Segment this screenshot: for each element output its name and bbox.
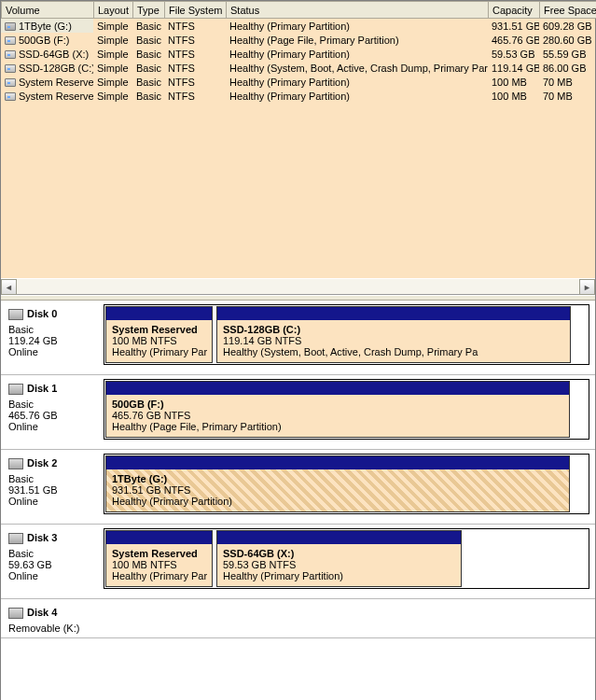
partition-health: Healthy (Primary Par: [112, 570, 206, 581]
volume-name: System Reserved: [1, 89, 93, 103]
disk-status: Online: [8, 346, 98, 357]
disk-type: Basic: [8, 473, 98, 484]
disk-management-window: Volume Layout Type File System Status Ca…: [0, 0, 596, 700]
col-type[interactable]: Type: [133, 2, 165, 19]
disk-status: Online: [8, 421, 98, 432]
disk-icon: [8, 533, 23, 544]
disk-partitions: 500GB (F:)465.76 GB NTFSHealthy (Page Fi…: [104, 379, 589, 440]
volume-list-panel: Volume Layout Type File System Status Ca…: [1, 1, 595, 295]
volume-layout: Simple: [93, 47, 132, 61]
disk-size: 465.76 GB: [8, 410, 98, 421]
disk-title: Disk 4: [8, 607, 98, 619]
disk-row[interactable]: Disk 3Basic59.63 GBOnlineSystem Reserved…: [1, 525, 595, 599]
volume-status: Healthy (Primary Partition): [226, 75, 488, 89]
col-freespace[interactable]: Free Space: [540, 2, 597, 19]
volume-layout: Simple: [93, 89, 132, 103]
volume-free: 70 MB: [539, 75, 595, 89]
volume-row[interactable]: SSD-64GB (X:)SimpleBasicNTFSHealthy (Pri…: [1, 47, 595, 61]
volume-status: Healthy (Primary Partition): [226, 89, 488, 103]
scroll-left-button[interactable]: ◄: [1, 279, 17, 295]
volume-status: Healthy (Primary Partition): [226, 47, 488, 61]
col-filesystem[interactable]: File System: [165, 2, 227, 19]
column-header-row: Volume Layout Type File System Status Ca…: [2, 2, 597, 19]
volume-layout: Simple: [93, 75, 132, 89]
volume-fs: NTFS: [164, 19, 226, 33]
partition[interactable]: SSD-128GB (C:)119.14 GB NTFSHealthy (Sys…: [216, 306, 571, 363]
volume-free: 86.00 GB: [539, 61, 595, 75]
disk-info: Disk 0Basic119.24 GBOnline: [7, 304, 100, 365]
disk-partitions: 1TByte (G:)931.51 GB NTFSHealthy (Primar…: [104, 454, 589, 514]
volume-name: 1TByte (G:): [1, 19, 93, 33]
disk-type: Removable (K:): [8, 623, 98, 634]
volume-row[interactable]: 500GB (F:)SimpleBasicNTFSHealthy (Page F…: [1, 33, 595, 47]
scroll-right-button[interactable]: ►: [579, 279, 595, 295]
volume-type: Basic: [132, 89, 164, 103]
partition-size: 465.76 GB NTFS: [112, 410, 563, 421]
drive-icon: [5, 36, 16, 45]
volume-capacity: 100 MB: [488, 89, 539, 103]
disk-title: Disk 1: [8, 383, 98, 395]
partition-size: 100 MB NTFS: [112, 559, 206, 570]
volume-free: 55.59 GB: [539, 47, 595, 61]
volume-name: 500GB (F:): [1, 33, 93, 47]
volume-row[interactable]: 1TByte (G:)SimpleBasicNTFSHealthy (Prima…: [1, 19, 595, 33]
col-volume[interactable]: Volume: [2, 2, 94, 19]
volume-layout: Simple: [93, 61, 132, 75]
volume-fs: NTFS: [164, 89, 226, 103]
volume-row[interactable]: System ReservedSimpleBasicNTFSHealthy (P…: [1, 89, 595, 103]
partition[interactable]: System Reserved100 MB NTFSHealthy (Prima…: [105, 530, 213, 587]
volume-name: SSD-64GB (X:): [1, 47, 93, 61]
disk-type: Basic: [8, 324, 98, 335]
disk-type: Basic: [8, 399, 98, 410]
partition-size: 100 MB NTFS: [112, 335, 206, 346]
disk-info: Disk 4Removable (K:): [7, 603, 100, 636]
drive-icon: [5, 22, 16, 31]
disk-icon: [8, 458, 23, 469]
disk-row[interactable]: Disk 1Basic465.76 GBOnline500GB (F:)465.…: [1, 375, 595, 450]
partition[interactable]: System Reserved100 MB NTFSHealthy (Prima…: [105, 306, 213, 363]
disk-status: Online: [8, 570, 98, 581]
volume-layout: Simple: [93, 33, 132, 47]
drive-icon: [5, 78, 16, 87]
partition-name: SSD-64GB (X:): [223, 548, 455, 559]
partition-health: Healthy (Primary Partition): [223, 570, 455, 581]
col-layout[interactable]: Layout: [94, 2, 133, 19]
volume-fs: NTFS: [164, 33, 226, 47]
partition-header: [217, 307, 570, 320]
partition-name: 500GB (F:): [112, 399, 563, 410]
volume-free: 609.28 GB: [539, 19, 595, 33]
disk-row[interactable]: Disk 0Basic119.24 GBOnlineSystem Reserve…: [1, 301, 595, 375]
scroll-track[interactable]: [17, 279, 579, 294]
volume-status: Healthy (Page File, Primary Partition): [226, 33, 488, 47]
disk-title: Disk 2: [8, 457, 98, 469]
col-capacity[interactable]: Capacity: [489, 2, 540, 19]
volume-capacity: 465.76 GB: [488, 33, 539, 47]
partition-header: [106, 456, 569, 469]
disk-row[interactable]: Disk 4Removable (K:): [1, 599, 595, 638]
disk-title: Disk 3: [8, 532, 98, 544]
horizontal-scrollbar[interactable]: ◄ ►: [1, 278, 595, 294]
disk-type: Basic: [8, 548, 98, 559]
partition[interactable]: 500GB (F:)465.76 GB NTFSHealthy (Page Fi…: [105, 381, 570, 438]
disk-icon: [8, 384, 23, 395]
partition-body: 1TByte (G:)931.51 GB NTFSHealthy (Primar…: [106, 469, 569, 511]
disk-graphical-panel: Disk 0Basic119.24 GBOnlineSystem Reserve…: [1, 301, 595, 700]
volume-row[interactable]: SSD-128GB (C:)SimpleBasicNTFSHealthy (Sy…: [1, 61, 595, 75]
partition[interactable]: SSD-64GB (X:)59.53 GB NTFSHealthy (Prima…: [216, 530, 462, 587]
volume-name: SSD-128GB (C:): [1, 61, 93, 75]
volume-capacity: 119.14 GB: [488, 61, 539, 75]
disk-row[interactable]: Disk 2Basic931.51 GBOnline1TByte (G:)931…: [1, 450, 595, 525]
partition-body: 500GB (F:)465.76 GB NTFSHealthy (Page Fi…: [106, 395, 569, 437]
partition-body: SSD-128GB (C:)119.14 GB NTFSHealthy (Sys…: [217, 320, 570, 362]
volume-free: 70 MB: [539, 89, 595, 103]
partition-name: System Reserved: [112, 548, 206, 559]
disk-info: Disk 1Basic465.76 GBOnline: [7, 379, 100, 440]
partition[interactable]: 1TByte (G:)931.51 GB NTFSHealthy (Primar…: [105, 455, 570, 512]
disk-size: 119.24 GB: [8, 335, 98, 346]
volume-row[interactable]: System ReservedSimpleBasicNTFSHealthy (P…: [1, 75, 595, 89]
partition-health: Healthy (Primary Partition): [112, 496, 563, 507]
disk-info: Disk 3Basic59.63 GBOnline: [7, 528, 100, 589]
disk-partitions: System Reserved100 MB NTFSHealthy (Prima…: [104, 528, 589, 589]
col-status[interactable]: Status: [227, 2, 489, 19]
partition-health: Healthy (System, Boot, Active, Crash Dum…: [223, 346, 564, 357]
